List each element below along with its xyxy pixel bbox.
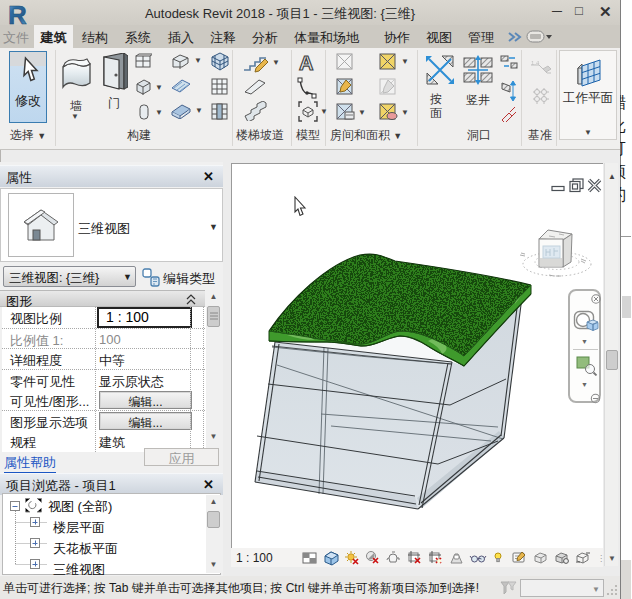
svg-text:1.4: 1.4	[531, 60, 540, 66]
svg-text:A: A	[299, 52, 313, 74]
